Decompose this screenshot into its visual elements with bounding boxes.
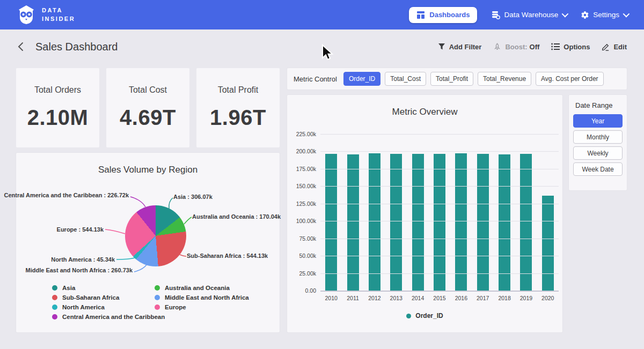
pie-chart[interactable] [125, 205, 186, 266]
dashboards-label: Dashboards [429, 11, 470, 19]
kpi-label: Total Cost [106, 85, 189, 95]
legend-label: Asia [62, 285, 75, 291]
brand-text: DATA INSIDER [42, 6, 75, 24]
date-range-button-weekly[interactable]: Weekly [573, 146, 623, 160]
bar[interactable] [325, 154, 337, 291]
kpi-card-1: Total Orders2.10M [16, 68, 99, 147]
edit-button[interactable]: Edit [602, 43, 627, 51]
pie-legend-item[interactable]: Australia and Oceania [155, 285, 249, 291]
date-range-button-week-date[interactable]: Week Date [573, 162, 623, 176]
top-navbar: DATA INSIDER Dashboards Data Warehouse [0, 0, 644, 29]
legend-dot [155, 295, 160, 300]
kpi-value: 2.10M [16, 106, 99, 130]
bar-slot [515, 134, 537, 291]
x-tick-label: 2011 [342, 295, 363, 301]
pie-callout-line [169, 198, 173, 209]
legend-dot [52, 295, 57, 300]
options-button[interactable]: Options [551, 43, 590, 51]
metric-buttons: Order_IDTotal_CostTotal_ProfitTotal_Reve… [343, 72, 604, 86]
x-axis-labels: 2010201120122013201420152016201720182019… [320, 295, 559, 301]
bar[interactable] [412, 154, 424, 291]
bar[interactable] [542, 196, 554, 291]
gridline [320, 134, 559, 135]
metric-button-order-id[interactable]: Order_ID [343, 72, 380, 86]
add-filter-button[interactable]: Add Filter [438, 43, 482, 51]
gear-icon [581, 11, 589, 19]
metric-button-total-profit[interactable]: Total_Profit [430, 72, 473, 86]
bar-slot [342, 134, 363, 291]
back-button[interactable] [17, 42, 25, 51]
pie-callout-line [184, 217, 192, 224]
pie-callout-line [134, 265, 147, 272]
pie-slice-label: Sub-Saharan Africa : 544.13k [187, 253, 268, 259]
navbar-menu: Dashboards Data Warehouse Settings [409, 7, 628, 23]
bar[interactable] [347, 154, 359, 291]
dashboards-button[interactable]: Dashboards [409, 7, 477, 23]
pencil-icon [602, 43, 610, 51]
chevron-down-icon [623, 11, 630, 18]
data-warehouse-label: Data Warehouse [504, 11, 558, 19]
bar-slot [320, 134, 342, 291]
legend-label: Europe [165, 304, 186, 310]
pie-legend-item[interactable]: Sub-Saharan Africa [52, 294, 165, 301]
kpi-label: Total Orders [16, 85, 99, 95]
kpi-value: 4.69T [106, 106, 189, 130]
legend-label: Australia and Oceania [165, 285, 230, 291]
x-tick-label: 2020 [537, 295, 559, 301]
bar-chart-legend[interactable]: Order_ID [287, 312, 562, 320]
y-tick-label: 225.00k [286, 131, 316, 137]
bar[interactable] [434, 154, 445, 291]
date-range-buttons: YearMonthlyWeeklyWeek Date [573, 114, 623, 176]
kpi-label: Total Profit [196, 85, 280, 95]
pie-legend-item[interactable]: Asia [52, 285, 165, 291]
list-options-icon [551, 43, 560, 50]
pie-legend-item[interactable]: North America [52, 304, 165, 310]
pie-slice-label: Australia and Oceania : 170.04k [192, 213, 281, 220]
chevron-left-icon [17, 42, 25, 51]
legend-dot [52, 305, 57, 310]
dashboard-grid-icon [416, 11, 425, 19]
pie-legend-item[interactable]: Middle East and North Africa [155, 294, 249, 301]
bar[interactable] [455, 153, 467, 291]
legend-label: North America [62, 304, 105, 310]
y-tick-label: 75.00k [286, 235, 316, 242]
legend-dot [52, 314, 57, 320]
pie-chart-title: Sales Volume by Region [16, 153, 280, 175]
metric-button-total-revenue[interactable]: Total_Revenue [478, 72, 531, 86]
bar[interactable] [520, 154, 532, 291]
boost-toggle[interactable]: Boost: Off [493, 43, 539, 51]
date-range-button-monthly[interactable]: Monthly [573, 130, 623, 144]
pie-slice-label: Europe : 544.13k [57, 226, 104, 233]
gridline [320, 204, 559, 204]
metric-button-total-cost[interactable]: Total_Cost [385, 72, 426, 86]
x-tick-label: 2019 [515, 295, 537, 301]
metric-control-bar: Metric Control Order_IDTotal_CostTotal_P… [287, 68, 627, 90]
settings-menu[interactable]: Settings [581, 11, 628, 19]
filter-funnel-icon [438, 43, 445, 50]
pie-slice-label: Central America and the Caribbean : 226.… [4, 192, 129, 198]
bar[interactable] [369, 153, 380, 291]
date-range-button-year[interactable]: Year [573, 114, 623, 128]
y-tick-label: 0.00 [286, 287, 316, 294]
pie-legend-item[interactable]: Europe [155, 304, 249, 310]
legend-label: Order_ID [415, 312, 443, 320]
y-tick-label: 200.00k [286, 148, 316, 154]
data-warehouse-menu[interactable]: Data Warehouse [491, 10, 567, 19]
gridline [320, 273, 559, 274]
pie-legend-item[interactable]: Central America and the Caribbean [52, 314, 165, 320]
gridline [320, 256, 559, 256]
owl-logo-icon [16, 5, 36, 25]
bar-slot [429, 134, 450, 291]
bar-slot [385, 134, 407, 291]
y-tick-label: 175.00k [286, 166, 316, 172]
bar[interactable] [390, 154, 402, 291]
metric-button-avg-cost-per-order[interactable]: Avg. Cost per Order [536, 72, 604, 86]
legend-dot [406, 314, 411, 318]
pie-legend-column-1: AsiaSub-Saharan AfricaNorth AmericaCentr… [52, 285, 165, 323]
bar[interactable] [477, 154, 489, 291]
legend-label: Sub-Saharan Africa [62, 294, 119, 301]
sales-volume-pie-card: Sales Volume by Region Asia : 306.07kAus… [16, 153, 280, 332]
metric-overview-chart-card: Metric Overview 201020112012201320142015… [287, 95, 562, 332]
bar[interactable] [499, 154, 510, 291]
x-tick-label: 2013 [385, 295, 407, 301]
